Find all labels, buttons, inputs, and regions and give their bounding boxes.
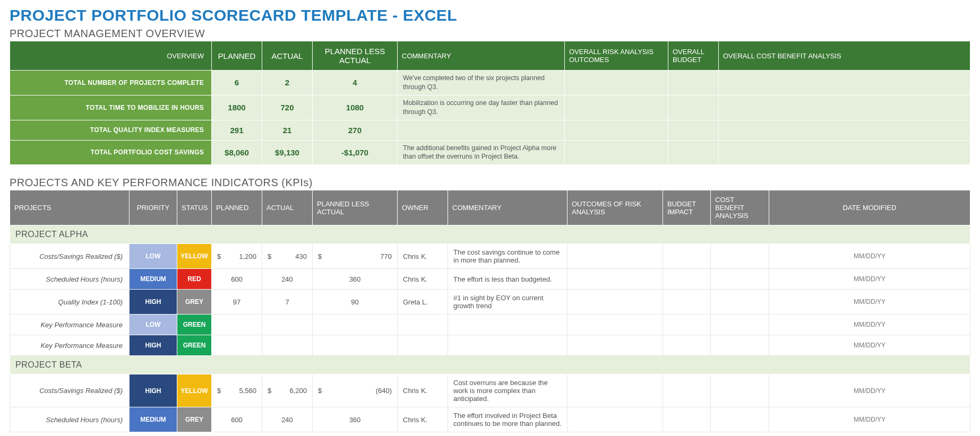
kpi-risk[interactable]	[568, 290, 663, 315]
kpi-risk[interactable]	[568, 335, 663, 356]
overview-pla[interactable]: 1080	[313, 95, 398, 120]
kpi-cost-benefit[interactable]	[711, 244, 769, 269]
kpi-actual[interactable]	[262, 335, 313, 356]
kpi-cost-benefit[interactable]	[711, 407, 769, 432]
overview-budget[interactable]	[668, 71, 719, 95]
kpi-pla[interactable]	[313, 315, 398, 335]
kpi-planned[interactable]: $1,200	[212, 244, 262, 269]
kpi-commentary[interactable]: The effort is less than budgeted.	[448, 269, 568, 290]
kpi-commentary[interactable]: The cost savings continue to come in mor…	[448, 244, 568, 269]
kpi-pla[interactable]: $(640)	[313, 374, 398, 407]
kpi-date[interactable]: MM/DD/YY	[769, 269, 970, 290]
kpi-pla[interactable]	[313, 335, 398, 356]
kpi-risk[interactable]	[568, 244, 663, 269]
kpi-cost-benefit[interactable]	[711, 269, 769, 290]
kpi-date[interactable]: MM/DD/YY	[769, 290, 970, 315]
kpi-date[interactable]: MM/DD/YY	[769, 244, 970, 269]
kpi-actual[interactable]: 240	[262, 407, 313, 432]
kpi-cost-benefit[interactable]	[711, 315, 769, 335]
priority-badge[interactable]: LOW	[130, 244, 177, 269]
priority-badge[interactable]: MEDIUM	[130, 407, 177, 432]
overview-commentary[interactable]: The additional benefits gained in Projec…	[398, 140, 565, 165]
kpi-budget[interactable]	[663, 269, 711, 290]
kpi-budget[interactable]	[663, 407, 711, 432]
kpi-planned[interactable]: $5,560	[212, 374, 262, 407]
overview-pla[interactable]: 270	[313, 120, 398, 140]
kpi-commentary[interactable]: The effort involved in Project Beta cont…	[448, 407, 568, 432]
kpi-owner[interactable]	[398, 315, 448, 335]
overview-pla[interactable]: -$1,070	[313, 140, 398, 165]
kpi-planned[interactable]: 600	[212, 269, 262, 290]
kpi-commentary[interactable]	[448, 315, 568, 335]
kpi-actual[interactable]: $6,200	[262, 374, 313, 407]
kpi-date[interactable]: MM/DD/YY	[769, 315, 970, 335]
overview-actual[interactable]: 2	[262, 71, 313, 95]
status-badge[interactable]: RED	[177, 269, 212, 290]
priority-badge[interactable]: HIGH	[130, 290, 177, 315]
status-badge[interactable]: GREEN	[177, 335, 212, 356]
overview-actual[interactable]: 21	[262, 120, 313, 140]
kpi-owner[interactable]	[398, 335, 448, 356]
kpi-commentary[interactable]	[448, 335, 568, 356]
overview-risk[interactable]	[565, 71, 668, 95]
overview-planned[interactable]: 1800	[212, 95, 262, 120]
kpi-budget[interactable]	[663, 374, 711, 407]
kpi-planned[interactable]: 600	[212, 407, 262, 432]
kpi-date[interactable]: MM/DD/YY	[769, 407, 970, 432]
kpi-pla[interactable]: 90	[313, 290, 398, 315]
kpi-cost-benefit[interactable]	[711, 374, 769, 407]
status-badge[interactable]: GREY	[177, 407, 212, 432]
kpi-owner[interactable]: Greta L.	[398, 290, 448, 315]
kpi-pla[interactable]: $770	[313, 244, 398, 269]
kpi-actual[interactable]: $430	[262, 244, 313, 269]
priority-badge[interactable]: HIGH	[130, 374, 177, 407]
overview-commentary[interactable]: Mobilization is occurring one day faster…	[398, 95, 565, 120]
kpi-owner[interactable]: Chris K.	[398, 407, 448, 432]
kpi-commentary[interactable]: Cost overruns are because the work is mo…	[448, 374, 568, 407]
kpi-risk[interactable]	[568, 315, 663, 335]
overview-cost-benefit[interactable]	[719, 120, 970, 140]
kpi-date[interactable]: MM/DD/YY	[769, 374, 970, 407]
kpi-pla[interactable]: 360	[313, 269, 398, 290]
overview-planned[interactable]: 291	[212, 120, 262, 140]
kpi-planned[interactable]	[212, 335, 262, 356]
kpi-risk[interactable]	[568, 407, 663, 432]
kpi-planned[interactable]: 97	[212, 290, 262, 315]
kpi-risk[interactable]	[568, 374, 663, 407]
status-badge[interactable]: GREY	[177, 290, 212, 315]
overview-budget[interactable]	[668, 95, 719, 120]
status-badge[interactable]: YELLOW	[177, 374, 212, 407]
kpi-commentary[interactable]: #1 in sight by EOY on current growth tre…	[448, 290, 568, 315]
overview-actual[interactable]: 720	[262, 95, 313, 120]
priority-badge[interactable]: LOW	[130, 315, 177, 335]
overview-risk[interactable]	[565, 95, 668, 120]
kpi-budget[interactable]	[663, 335, 711, 356]
kpi-actual[interactable]	[262, 315, 313, 335]
kpi-owner[interactable]: Chris K.	[398, 244, 448, 269]
kpi-owner[interactable]: Chris K.	[398, 269, 448, 290]
kpi-budget[interactable]	[663, 290, 711, 315]
status-badge[interactable]: YELLOW	[177, 244, 212, 269]
overview-cost-benefit[interactable]	[719, 140, 970, 165]
kpi-actual[interactable]: 240	[262, 269, 313, 290]
kpi-pla[interactable]: 360	[313, 407, 398, 432]
kpi-actual[interactable]: 7	[262, 290, 313, 315]
overview-commentary[interactable]: We've completed two of the six projects …	[398, 71, 565, 95]
overview-actual[interactable]: $9,130	[262, 140, 313, 165]
overview-cost-benefit[interactable]	[719, 95, 970, 120]
priority-badge[interactable]: MEDIUM	[130, 269, 177, 290]
overview-risk[interactable]	[565, 120, 668, 140]
kpi-owner[interactable]: Chris K.	[398, 374, 448, 407]
overview-risk[interactable]	[565, 140, 668, 165]
kpi-cost-benefit[interactable]	[711, 290, 769, 315]
kpi-risk[interactable]	[568, 269, 663, 290]
overview-planned[interactable]: $8,060	[212, 140, 262, 165]
kpi-date[interactable]: MM/DD/YY	[769, 335, 970, 356]
overview-commentary[interactable]	[398, 120, 565, 140]
overview-budget[interactable]	[668, 120, 719, 140]
kpi-cost-benefit[interactable]	[711, 335, 769, 356]
kpi-budget[interactable]	[663, 315, 711, 335]
overview-pla[interactable]: 4	[313, 71, 398, 95]
priority-badge[interactable]: HIGH	[130, 335, 177, 356]
overview-planned[interactable]: 6	[212, 71, 262, 95]
